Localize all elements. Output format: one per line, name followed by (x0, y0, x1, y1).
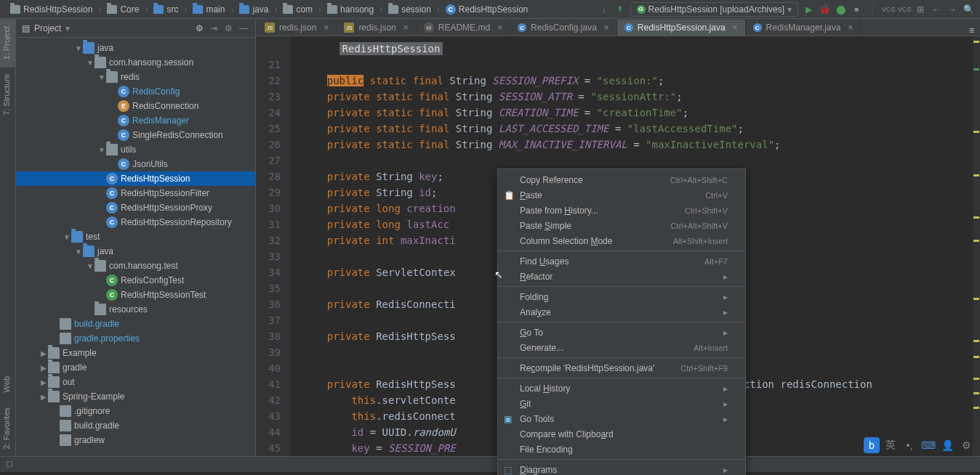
menu-item[interactable]: Folding▸ (498, 289, 745, 304)
tree-node[interactable]: ▼java (16, 244, 255, 259)
vcs-label2[interactable]: VCS (899, 4, 910, 15)
tree-node[interactable]: ▶Example (16, 346, 255, 360)
tree-node[interactable]: ▼java (16, 41, 255, 55)
tree-node[interactable]: gradle.properties (16, 331, 255, 346)
tray-screen-icon[interactable]: ⌨ (920, 437, 936, 453)
tree-node[interactable]: CRedisHttpSessionTest (16, 288, 255, 302)
tray-gear-icon[interactable]: ⚙ (958, 437, 974, 453)
menu-item[interactable]: Column Selection ModeAlt+Shift+Insert (498, 233, 745, 248)
editor-tab[interactable]: CRedisManager.java× (746, 20, 861, 36)
tree-node[interactable]: CRedisHttpSessionRepository (16, 215, 255, 230)
menu-item[interactable]: Local History▸ (498, 381, 745, 396)
editor-tab[interactable]: CRedisHttpSession.java× (617, 20, 746, 36)
tree-node[interactable]: ▼redis (16, 70, 255, 84)
menu-item[interactable]: Compare with Clipboard (498, 426, 745, 442)
run-config-selector[interactable]: G RedisHttpSession [uploadArchives] ▾ (630, 2, 798, 17)
menu-item[interactable]: ▣Go Tools▸ (498, 411, 745, 426)
tree-arrow-icon[interactable]: ▼ (86, 262, 95, 270)
hide-icon[interactable]: — (239, 23, 249, 33)
tree-arrow-icon[interactable]: ▼ (63, 233, 71, 241)
tree-node[interactable]: build.gradle (16, 317, 255, 331)
back-icon[interactable]: ← (931, 4, 942, 15)
structure-tool-tab[interactable]: 7: Structure (0, 67, 15, 123)
tree-node[interactable]: CRedisConfigTest (16, 273, 255, 288)
error-stripe[interactable] (973, 36, 980, 456)
menu-item[interactable]: Git▸ (498, 396, 745, 411)
tree-node[interactable]: ERedisConnection (16, 99, 255, 113)
tree-node[interactable]: gradlew (16, 433, 255, 447)
project-tree[interactable]: ▼java▼com.hansong.session▼redisCRedisCon… (16, 38, 255, 456)
close-icon[interactable]: × (848, 23, 853, 33)
tree-arrow-icon[interactable]: ▼ (86, 59, 95, 67)
editor-tab[interactable]: CRedisConfig.java× (510, 20, 617, 36)
tree-node[interactable]: CJsonUtils (16, 157, 255, 171)
settings-icon[interactable]: ⚙ (225, 23, 235, 33)
status-todo[interactable]: ☐ (6, 460, 13, 469)
structure-icon[interactable]: ⊞ (915, 4, 926, 15)
menu-item[interactable]: Copy ReferenceCtrl+Alt+Shift+C (498, 172, 745, 187)
menu-item[interactable]: Paste SimpleCtrl+Alt+Shift+V (498, 218, 745, 233)
breadcrumb-item[interactable]: java (235, 4, 273, 15)
tray-user-icon[interactable]: 👤 (939, 437, 955, 453)
tree-arrow-icon[interactable]: ▶ (39, 378, 48, 386)
breadcrumb-item[interactable]: session (384, 4, 435, 15)
tree-node[interactable]: CRedisHttpSessionFilter (16, 186, 255, 200)
tree-node[interactable]: CRedisHttpSession (16, 171, 255, 186)
close-icon[interactable]: × (604, 23, 609, 33)
tree-arrow-icon[interactable]: ▼ (74, 248, 83, 256)
menu-item[interactable]: Go To▸ (498, 325, 745, 340)
tree-node[interactable]: ▶Spring-Example (16, 389, 255, 404)
tree-arrow-icon[interactable]: ▶ (39, 393, 48, 401)
tree-arrow-icon[interactable]: ▶ (39, 349, 48, 357)
menu-item[interactable]: Generate...Alt+Insert (498, 340, 745, 355)
vcs-icon[interactable]: ↟ (614, 4, 626, 15)
tree-node[interactable]: ▼com.hansong.session (16, 55, 255, 70)
tree-node[interactable]: .gitignore (16, 404, 255, 418)
tree-node[interactable]: ▼com.hansong.test (16, 259, 255, 273)
vcs-label[interactable]: VCS (883, 4, 894, 15)
debug-button[interactable]: 🐞 (819, 4, 830, 15)
breadcrumb-item[interactable]: main (188, 4, 229, 15)
update-icon[interactable]: ↓ (598, 4, 610, 15)
breadcrumb-item[interactable]: RedisHttpSession (6, 4, 97, 15)
tree-node[interactable]: ▼test (16, 230, 255, 244)
tree-node[interactable]: CRedisConfig (16, 84, 255, 99)
breadcrumb-item[interactable]: CRedisHttpSession (441, 4, 532, 15)
menu-item[interactable]: File Encoding (498, 442, 745, 457)
menu-item[interactable]: Recompile 'RedisHttpSession.java'Ctrl+Sh… (498, 360, 745, 375)
stop-button[interactable]: ■ (851, 4, 862, 15)
coverage-button[interactable]: ⬤ (835, 4, 846, 15)
tree-node[interactable]: CRedisManager (16, 113, 255, 128)
editor-tab[interactable]: MREADME.md× (417, 20, 510, 36)
gear-icon[interactable]: ⚙ (196, 23, 206, 33)
editor-context-menu[interactable]: Copy ReferenceCtrl+Alt+Shift+C📋PasteCtrl… (497, 169, 746, 475)
close-icon[interactable]: × (403, 23, 409, 33)
menu-item[interactable]: 📋PasteCtrl+V (498, 187, 745, 203)
project-view-icon[interactable]: ▤ (22, 23, 30, 33)
menu-item[interactable]: Find UsagesAlt+F7 (498, 253, 745, 269)
menu-item[interactable]: Analyze▸ (498, 304, 745, 320)
tree-arrow-icon[interactable]: ▼ (97, 73, 106, 81)
tray-baidu-icon[interactable]: b (864, 437, 880, 453)
menu-item[interactable]: ⬚Diagrams▸ (498, 462, 745, 475)
tree-arrow-icon[interactable]: ▼ (97, 146, 106, 154)
close-icon[interactable]: × (497, 23, 502, 33)
tree-node[interactable]: CSingleRedisConnection (16, 128, 255, 142)
run-button[interactable]: ▶ (803, 4, 814, 15)
editor-tab[interactable]: JSredis.json× (257, 20, 337, 36)
menu-item[interactable]: Paste from History...Ctrl+Shift+V (498, 203, 745, 218)
tree-node[interactable]: resources (16, 302, 255, 317)
tree-arrow-icon[interactable]: ▼ (74, 44, 83, 52)
forward-icon[interactable]: → (947, 4, 958, 15)
tray-punct-icon[interactable]: •, (901, 437, 917, 453)
search-icon[interactable]: 🔍 (963, 4, 974, 15)
web-tool-tab[interactable]: Web (0, 369, 15, 399)
editor-tab[interactable]: JSredis.json× (337, 20, 416, 36)
close-icon[interactable]: × (733, 23, 738, 33)
project-tool-tab[interactable]: 1: Project (0, 19, 15, 67)
collapse-icon[interactable]: ⇥ (210, 23, 220, 33)
favorites-tool-tab[interactable]: 2: Favorites (0, 400, 15, 456)
tabs-more-icon[interactable]: ≡ (963, 25, 980, 36)
tree-node[interactable]: build.gradle (16, 418, 255, 433)
tree-node[interactable]: CRedisHttpSessionProxy (16, 200, 255, 215)
